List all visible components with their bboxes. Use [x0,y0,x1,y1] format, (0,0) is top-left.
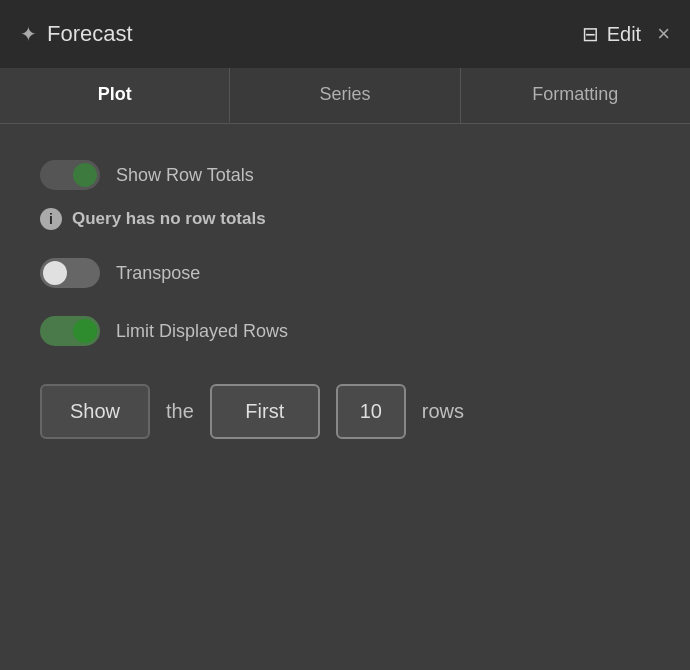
tab-plot-label: Plot [98,84,132,104]
rows-text: rows [422,400,464,423]
limit-rows-row: Limit Displayed Rows [40,316,650,346]
toggle-thumb [43,261,67,285]
the-text: the [166,400,194,423]
tab-formatting-label: Formatting [532,84,618,104]
tab-series-label: Series [319,84,370,104]
show-row-totals-label: Show Row Totals [116,165,254,186]
edit-button[interactable]: ⊟ Edit [582,22,641,46]
header-title-group: ✦ Forecast [20,21,133,47]
show-label: Show [70,400,120,422]
toggle-thumb [73,319,97,343]
tab-series[interactable]: Series [230,68,460,123]
count-input[interactable]: 10 [336,384,406,439]
row-limit-row: Show the First 10 rows [40,384,650,439]
transpose-toggle[interactable] [40,258,100,288]
tab-plot[interactable]: Plot [0,68,230,123]
transpose-label: Transpose [116,263,200,284]
header-title: Forecast [47,21,133,47]
first-dropdown[interactable]: First [210,384,320,439]
close-icon: × [657,21,670,46]
edit-label: Edit [607,23,641,46]
limit-rows-label: Limit Displayed Rows [116,321,288,342]
tab-bar: Plot Series Formatting [0,68,690,124]
count-value: 10 [360,400,382,422]
info-row: i Query has no row totals [40,208,650,230]
header: ✦ Forecast ⊟ Edit × [0,0,690,68]
show-button[interactable]: Show [40,384,150,439]
first-label: First [245,400,284,422]
toggle-thumb [73,163,97,187]
show-row-totals-toggle[interactable] [40,160,100,190]
info-message: Query has no row totals [72,209,266,229]
header-actions: ⊟ Edit × [582,21,670,47]
info-icon: i [40,208,62,230]
close-button[interactable]: × [657,21,670,47]
content-area: Show Row Totals i Query has no row total… [0,124,690,475]
limit-rows-toggle[interactable] [40,316,100,346]
tab-formatting[interactable]: Formatting [461,68,690,123]
edit-icon: ⊟ [582,22,599,46]
show-row-totals-row: Show Row Totals [40,160,650,190]
transpose-row: Transpose [40,258,650,288]
forecast-icon: ✦ [20,22,37,46]
